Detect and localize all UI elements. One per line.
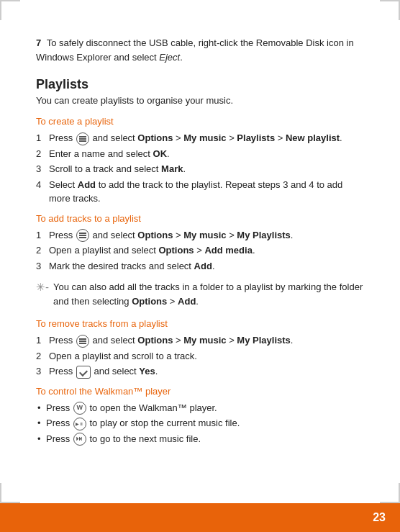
step-3: 3 Scroll to a track and select Mark. (36, 162, 364, 176)
section-intro: You can create playlists to organise you… (36, 95, 364, 106)
walkman-next-icon (73, 433, 86, 446)
usb-note-text2: . (180, 52, 183, 63)
create-playlist-steps: 1 Press and select Options > My music > … (36, 131, 364, 206)
step-1: 1 Press and select Options > My music > … (36, 131, 364, 145)
usb-note: 7 To safely disconnect the USB cable, ri… (36, 36, 364, 64)
menu-icon-3 (76, 335, 89, 348)
remove-step-2: 2 Open a playlist and scroll to a track. (36, 349, 364, 364)
usb-note-text1: To safely disconnect the USB cable, righ… (36, 37, 354, 63)
tip-box: ✳- You can also add all the tracks in a … (36, 280, 364, 308)
add-step-2: 2 Open a playlist and select Options > A… (36, 243, 364, 258)
corner-mark-tl (0, 0, 20, 20)
usb-note-italic: Eject (159, 52, 180, 63)
remove-tracks-steps: 1 Press and select Options > My music > … (36, 333, 364, 379)
add-tracks-heading: To add tracks to a playlist (36, 213, 364, 224)
step-2: 2 Enter a name and select OK. (36, 147, 364, 161)
page-content: 7 To safely disconnect the USB cable, ri… (0, 0, 400, 467)
remove-step-3: 3 Press and select Yes. (36, 364, 364, 379)
corner-mark-br (380, 483, 400, 503)
add-step-3: 3 Mark the desired tracks and select Add… (36, 259, 364, 274)
bullet-1: Press to open the Walkman™ player. (36, 401, 364, 415)
bullet-3: Press to go to the next music file. (36, 432, 364, 446)
control-walkman-bullets: Press to open the Walkman™ player. Press… (36, 401, 364, 446)
page-footer: 23 (0, 503, 400, 532)
step-4: 4 Select Add to add the track to the pla… (36, 178, 364, 206)
menu-icon-2 (76, 229, 89, 242)
corner-mark-bl (0, 483, 20, 503)
add-tracks-steps: 1 Press and select Options > My music > … (36, 228, 364, 274)
yes-icon (76, 366, 91, 379)
add-step-1: 1 Press and select Options > My music > … (36, 228, 364, 243)
control-walkman-heading: To control the Walkman™ player (36, 386, 364, 397)
remove-step-1: 1 Press and select Options > My music > … (36, 333, 364, 348)
page-number: 23 (373, 511, 386, 524)
usb-step-num: 7 (36, 37, 41, 48)
corner-mark-tr (380, 0, 400, 20)
bullet-2: Press to play or stop the current music … (36, 416, 364, 430)
walkman-play-icon (73, 418, 86, 430)
tip-icon: ✳- (36, 281, 49, 294)
remove-tracks-heading: To remove tracks from a playlist (36, 318, 364, 329)
tip-text: You can also add all the tracks in a fol… (53, 280, 364, 308)
create-playlist-heading: To create a playlist (36, 116, 364, 127)
section-title: Playlists (36, 77, 364, 92)
menu-icon-1 (76, 132, 89, 145)
walkman-open-icon (73, 402, 86, 415)
